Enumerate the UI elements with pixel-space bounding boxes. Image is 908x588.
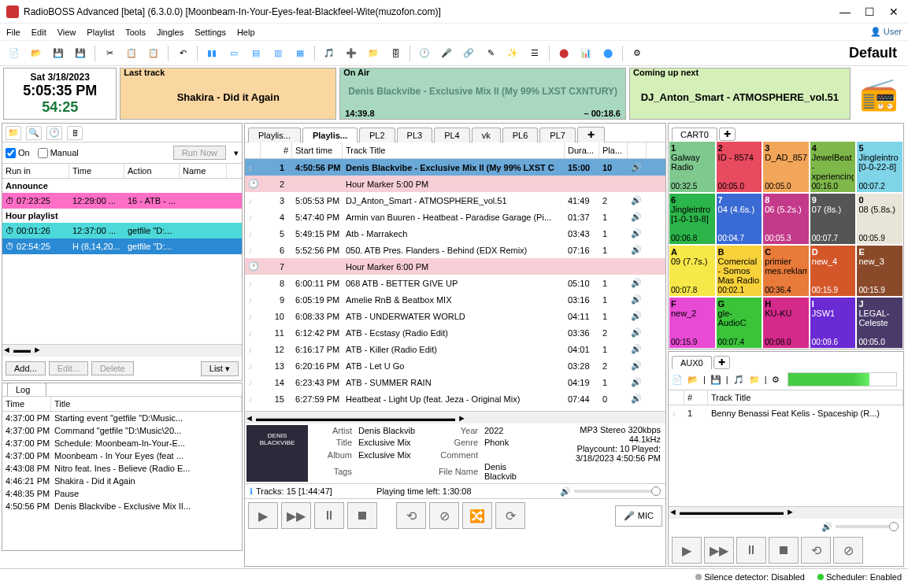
aux-tab[interactable]: AUX0: [672, 356, 712, 369]
playlist-row[interactable]: ♪86:00:11 PM068 ATB - BETTER GIVE UP05:1…: [245, 275, 665, 291]
sched-list-button[interactable]: List ▾: [201, 361, 239, 376]
playlist-row[interactable]: ♪65:52:56 PM050. ATB Pres. Flanders - Be…: [245, 242, 665, 258]
playlist-tab[interactable]: PL7: [539, 128, 576, 142]
playlist-row[interactable]: 🕐2Hour Marker 5:00 PM: [245, 176, 665, 192]
playlist-tab[interactable]: vk: [472, 128, 501, 142]
aux-add-music-icon[interactable]: 🎵: [733, 375, 744, 385]
stream-icon[interactable]: ⬤: [600, 46, 616, 61]
aux-volume-slider[interactable]: [836, 525, 899, 528]
aux-col-num[interactable]: #: [684, 390, 708, 405]
cart-cell[interactable]: Fnew_200:15.9: [669, 297, 716, 349]
settings-icon[interactable]: ⚙: [629, 46, 645, 61]
pl-col-dur[interactable]: Dura...: [565, 142, 599, 158]
cut-icon[interactable]: ✂: [102, 46, 117, 61]
menu-jingles[interactable]: Jingles: [157, 28, 183, 37]
skip-button[interactable]: ⊘: [429, 502, 459, 529]
col-name[interactable]: Name: [180, 164, 227, 178]
pl-hscroll[interactable]: ◄ ▬▬▬▬▬▬▬▬▬▬▬▬▬▬▬▬▬▬▬▬▬▬▬ ►: [245, 411, 665, 423]
cart-cell[interactable]: Ggle-AudioC00:07.4: [716, 297, 763, 349]
menu-settings[interactable]: Settings: [195, 28, 226, 37]
aux-add-tab[interactable]: ✚: [713, 356, 730, 369]
cart-cell[interactable]: IJSW100:09.6: [810, 297, 857, 349]
cart-cell[interactable]: 008 (5.8s.)00:05.9: [856, 193, 903, 245]
maximize-button[interactable]: ☐: [865, 6, 875, 18]
playlist-row[interactable]: ♪35:05:53 PMDJ_Anton_Smart - ATMOSPHERE_…: [245, 192, 665, 209]
pause-button[interactable]: ⏸: [314, 502, 344, 529]
cart-add-tab[interactable]: ✚: [719, 128, 736, 141]
log-row[interactable]: 4:43:08 PMNitro feat. Ines - Believe (Ra…: [2, 462, 242, 475]
cart-cell[interactable]: 5Jingleintro [0-0-22-8]00:07.2: [856, 141, 903, 193]
next-box[interactable]: Coming up next DJ_Anton_Smart - ATMOSPHE…: [629, 68, 851, 120]
close-button[interactable]: ✕: [889, 6, 899, 18]
menu-file[interactable]: File: [6, 28, 20, 37]
playlist-row[interactable]: ♪156:27:59 PMHeatbeat - Light Up (feat. …: [245, 390, 665, 407]
col-action[interactable]: Action: [124, 164, 180, 178]
sched-hscroll[interactable]: ◄ ▬▬ ►: [2, 344, 242, 357]
sched-row[interactable]: ⏱ 07:23:2512:29:00 ...16 - ATB - ...: [2, 193, 242, 209]
edit-icon[interactable]: ✎: [483, 46, 498, 61]
sched-row[interactable]: ⏱ 00:01:2612:37:00 ...getfile "D:...: [2, 223, 242, 239]
log-row[interactable]: 4:37:00 PMCommand "getfile "D:\Music\20.…: [2, 424, 242, 437]
log-row[interactable]: 4:37:00 PMMoonbeam - In Your Eyes (feat …: [2, 449, 242, 462]
aux-new-icon[interactable]: 📄: [672, 375, 683, 385]
playlist-row[interactable]: ♪96:05:19 PMAmelie RnB & Beatbox MIX03:1…: [245, 291, 665, 308]
layout2-icon[interactable]: ▭: [226, 46, 242, 61]
aux-next-button[interactable]: ▶▶: [704, 537, 734, 564]
stats-icon[interactable]: 📊: [578, 46, 594, 61]
menu-help[interactable]: Help: [237, 28, 255, 37]
cart-cell[interactable]: BComercial - Somos Mas Radio00:02.1: [716, 245, 763, 297]
sched-delete-button[interactable]: Delete: [91, 361, 134, 375]
cart-cell[interactable]: JLEGAL-Celeste00:05.0: [856, 297, 903, 349]
log-row[interactable]: 4:50:56 PMDenis Blackvibe - Exclusive Mi…: [2, 500, 242, 512]
aux-pause-button[interactable]: ⏸: [736, 537, 766, 564]
cart-cell[interactable]: HKU-KU00:08.0: [762, 297, 810, 349]
sched-tab-search-icon[interactable]: 🔍: [26, 126, 42, 140]
playlist-row[interactable]: ♪106:08:33 PMATB - UNDERWATER WORLD04:11…: [245, 308, 665, 324]
layout4-icon[interactable]: ▥: [270, 46, 286, 61]
menu-playlist[interactable]: Playlist: [87, 28, 114, 37]
pl-col-title[interactable]: Track Title: [343, 142, 565, 158]
aux-hscroll[interactable]: ◄ ▬▬▬▬▬▬▬▬▬▬▬▬ ►: [669, 506, 903, 519]
mic-icon[interactable]: 🎤: [439, 46, 454, 61]
copy-icon[interactable]: 📋: [124, 46, 139, 61]
pl-col-num[interactable]: #: [261, 142, 292, 158]
log-col-time[interactable]: Time: [2, 397, 51, 411]
cart-cell[interactable]: 907 (8s.)00:07.7: [810, 193, 857, 245]
paste-icon[interactable]: 📋: [146, 46, 161, 61]
sched-edit-button[interactable]: Edit...: [49, 361, 88, 375]
time-icon[interactable]: 🕐: [417, 46, 432, 61]
sched-add-button[interactable]: Add...: [6, 361, 46, 375]
cart-cell[interactable]: 806 (5.2s.)00:05.3: [762, 193, 810, 245]
sched-manual-check[interactable]: Manual: [38, 148, 79, 158]
cart-tab[interactable]: CART0: [672, 128, 717, 141]
music-add-icon[interactable]: 🎵: [321, 46, 337, 61]
stop-button[interactable]: ⏹: [347, 502, 377, 529]
wand-icon[interactable]: ✨: [505, 46, 521, 61]
aux-open-icon[interactable]: 📂: [687, 375, 699, 385]
cart-cell[interactable]: 3D_AD_85700:05.0: [762, 141, 810, 193]
saveall-icon[interactable]: 💾: [72, 46, 88, 61]
shuffle-button[interactable]: 🔀: [462, 502, 492, 529]
layout3-icon[interactable]: ▤: [248, 46, 264, 61]
list-icon[interactable]: ☰: [527, 46, 543, 61]
cart-cell[interactable]: Enew_300:15.9: [856, 245, 903, 297]
repeat-button[interactable]: ⟳: [495, 502, 525, 529]
cart-cell[interactable]: 2ID - 857400:05.0: [716, 141, 763, 193]
layout1-icon[interactable]: ▮▮: [204, 46, 220, 61]
aux-row[interactable]: ♪ 1 Benny Benassi Feat Kelis - Spaceship…: [669, 405, 903, 421]
playlist-tab[interactable]: PL2: [359, 128, 395, 142]
pl-col-play[interactable]: Pla...: [599, 142, 628, 158]
user-link[interactable]: 👤 User: [870, 27, 902, 37]
playlist-tab[interactable]: Playlis...: [248, 128, 301, 142]
col-time[interactable]: Time: [69, 164, 124, 178]
cart-cell[interactable]: Cprimier mes.reklam00:36.4: [762, 245, 810, 297]
undo-icon[interactable]: ↶: [175, 46, 191, 61]
sched-tab-folder-icon[interactable]: 📁: [6, 126, 21, 140]
aux-settings-icon[interactable]: ⚙: [772, 375, 780, 385]
playlist-row[interactable]: ♪45:47:40 PMArmin van Buuren - Heatbeat …: [245, 209, 665, 225]
volume-slider[interactable]: [574, 490, 661, 493]
aux-stop-button[interactable]: ⏹: [769, 537, 799, 564]
save-icon[interactable]: 💾: [50, 46, 66, 61]
onair-box[interactable]: On Air Denis Blackvibe - Exclusive Mix I…: [339, 68, 626, 120]
log-col-title[interactable]: Title: [51, 397, 242, 411]
